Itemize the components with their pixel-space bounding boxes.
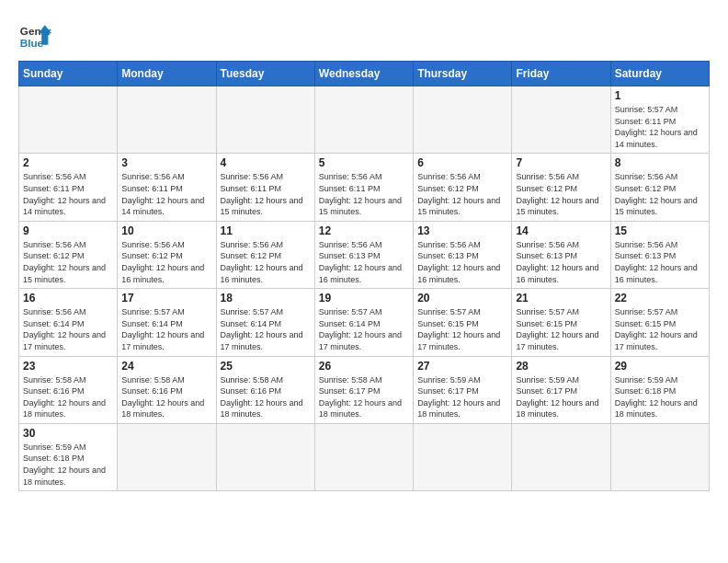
day-info: Sunrise: 5:57 AMSunset: 6:11 PMDaylight:… [615,104,705,150]
day-number: 5 [319,156,409,169]
weekday-header-monday: Monday [118,62,216,86]
day-number: 28 [516,360,606,373]
day-number: 2 [23,156,113,169]
day-number: 26 [319,360,409,373]
calendar-cell [512,423,610,490]
calendar-row-5: 30Sunrise: 5:59 AMSunset: 6:18 PMDayligh… [19,423,710,490]
day-number: 8 [615,156,705,169]
calendar-cell [216,86,314,154]
calendar-row-4: 23Sunrise: 5:58 AMSunset: 6:16 PMDayligh… [19,356,710,423]
calendar-cell [118,423,216,490]
day-info: Sunrise: 5:59 AMSunset: 6:17 PMDaylight:… [516,374,606,420]
day-info: Sunrise: 5:57 AMSunset: 6:15 PMDaylight:… [516,306,606,352]
day-info: Sunrise: 5:56 AMSunset: 6:12 PMDaylight:… [417,171,507,217]
svg-text:Blue: Blue [20,37,44,49]
day-number: 27 [417,360,507,373]
calendar-cell: 17Sunrise: 5:57 AMSunset: 6:14 PMDayligh… [118,289,216,356]
weekday-header-friday: Friday [512,62,610,86]
calendar-cell: 4Sunrise: 5:56 AMSunset: 6:11 PMDaylight… [216,154,314,221]
day-info: Sunrise: 5:56 AMSunset: 6:12 PMDaylight:… [23,239,113,285]
calendar-cell: 30Sunrise: 5:59 AMSunset: 6:18 PMDayligh… [19,423,118,490]
calendar-cell: 16Sunrise: 5:56 AMSunset: 6:14 PMDayligh… [19,289,118,356]
calendar-cell: 25Sunrise: 5:58 AMSunset: 6:16 PMDayligh… [216,356,314,423]
weekday-header-thursday: Thursday [414,62,512,86]
day-info: Sunrise: 5:56 AMSunset: 6:12 PMDaylight:… [516,171,606,217]
calendar-cell: 13Sunrise: 5:56 AMSunset: 6:13 PMDayligh… [414,221,512,288]
calendar-cell [314,423,413,490]
calendar-cell: 23Sunrise: 5:58 AMSunset: 6:16 PMDayligh… [19,356,118,423]
calendar-row-3: 16Sunrise: 5:56 AMSunset: 6:14 PMDayligh… [19,289,710,356]
calendar-cell: 3Sunrise: 5:56 AMSunset: 6:11 PMDaylight… [118,154,216,221]
calendar-cell: 9Sunrise: 5:56 AMSunset: 6:12 PMDaylight… [19,221,118,288]
calendar-cell: 20Sunrise: 5:57 AMSunset: 6:15 PMDayligh… [414,289,512,356]
day-number: 1 [615,89,705,102]
day-number: 14 [516,224,606,237]
calendar-cell: 2Sunrise: 5:56 AMSunset: 6:11 PMDaylight… [19,154,118,221]
day-number: 16 [23,292,113,304]
day-number: 25 [221,360,311,373]
calendar-cell: 29Sunrise: 5:59 AMSunset: 6:18 PMDayligh… [610,356,709,423]
calendar-cell: 28Sunrise: 5:59 AMSunset: 6:17 PMDayligh… [512,356,610,423]
calendar-cell: 27Sunrise: 5:59 AMSunset: 6:17 PMDayligh… [414,356,512,423]
calendar-cell: 21Sunrise: 5:57 AMSunset: 6:15 PMDayligh… [512,289,610,356]
calendar-cell: 10Sunrise: 5:56 AMSunset: 6:12 PMDayligh… [118,221,216,288]
calendar-cell [512,86,610,154]
day-number: 9 [23,224,113,237]
calendar-cell [414,86,512,154]
calendar-cell: 14Sunrise: 5:56 AMSunset: 6:13 PMDayligh… [512,221,610,288]
day-info: Sunrise: 5:57 AMSunset: 6:14 PMDaylight:… [319,306,409,352]
weekday-header-tuesday: Tuesday [216,62,314,86]
day-number: 4 [221,156,311,169]
day-info: Sunrise: 5:56 AMSunset: 6:13 PMDaylight:… [417,239,507,285]
day-info: Sunrise: 5:56 AMSunset: 6:12 PMDaylight:… [121,239,211,285]
day-number: 21 [516,292,606,304]
calendar-cell: 15Sunrise: 5:56 AMSunset: 6:13 PMDayligh… [610,221,709,288]
day-info: Sunrise: 5:56 AMSunset: 6:11 PMDaylight:… [221,171,311,217]
day-info: Sunrise: 5:56 AMSunset: 6:12 PMDaylight:… [615,171,705,217]
logo: General Blue [18,18,51,52]
day-info: Sunrise: 5:59 AMSunset: 6:17 PMDaylight:… [417,374,507,420]
calendar-cell: 5Sunrise: 5:56 AMSunset: 6:11 PMDaylight… [314,154,413,221]
day-info: Sunrise: 5:56 AMSunset: 6:11 PMDaylight:… [121,171,211,217]
calendar: SundayMondayTuesdayWednesdayThursdayFrid… [18,61,710,491]
day-number: 18 [221,292,311,304]
calendar-row-2: 9Sunrise: 5:56 AMSunset: 6:12 PMDaylight… [19,221,710,288]
day-number: 10 [121,224,211,237]
calendar-cell: 11Sunrise: 5:56 AMSunset: 6:12 PMDayligh… [216,221,314,288]
weekday-header-sunday: Sunday [19,62,118,86]
calendar-cell: 26Sunrise: 5:58 AMSunset: 6:17 PMDayligh… [314,356,413,423]
day-number: 20 [417,292,507,304]
day-number: 23 [23,360,113,373]
logo-icon: General Blue [18,18,51,52]
day-info: Sunrise: 5:57 AMSunset: 6:15 PMDaylight:… [615,306,705,352]
day-info: Sunrise: 5:57 AMSunset: 6:15 PMDaylight:… [417,306,507,352]
calendar-cell: 12Sunrise: 5:56 AMSunset: 6:13 PMDayligh… [314,221,413,288]
day-info: Sunrise: 5:56 AMSunset: 6:14 PMDaylight:… [23,306,113,352]
day-info: Sunrise: 5:56 AMSunset: 6:13 PMDaylight:… [615,239,705,285]
calendar-row-0: 1Sunrise: 5:57 AMSunset: 6:11 PMDaylight… [19,86,710,154]
weekday-header-saturday: Saturday [610,62,709,86]
day-number: 29 [615,360,705,373]
day-info: Sunrise: 5:58 AMSunset: 6:16 PMDaylight:… [23,374,113,420]
day-number: 15 [615,224,705,237]
calendar-cell: 22Sunrise: 5:57 AMSunset: 6:15 PMDayligh… [610,289,709,356]
day-number: 24 [121,360,211,373]
calendar-cell: 19Sunrise: 5:57 AMSunset: 6:14 PMDayligh… [314,289,413,356]
calendar-body: 1Sunrise: 5:57 AMSunset: 6:11 PMDaylight… [19,86,710,491]
calendar-cell: 8Sunrise: 5:56 AMSunset: 6:12 PMDaylight… [610,154,709,221]
calendar-cell: 6Sunrise: 5:56 AMSunset: 6:12 PMDaylight… [414,154,512,221]
day-info: Sunrise: 5:57 AMSunset: 6:14 PMDaylight:… [221,306,311,352]
day-number: 7 [516,156,606,169]
day-info: Sunrise: 5:56 AMSunset: 6:13 PMDaylight:… [516,239,606,285]
calendar-cell [610,423,709,490]
day-number: 11 [221,224,311,237]
calendar-row-1: 2Sunrise: 5:56 AMSunset: 6:11 PMDaylight… [19,154,710,221]
day-number: 12 [319,224,409,237]
day-info: Sunrise: 5:58 AMSunset: 6:17 PMDaylight:… [319,374,409,420]
day-info: Sunrise: 5:56 AMSunset: 6:11 PMDaylight:… [23,171,113,217]
calendar-cell [216,423,314,490]
day-info: Sunrise: 5:58 AMSunset: 6:16 PMDaylight:… [221,374,311,420]
day-info: Sunrise: 5:56 AMSunset: 6:12 PMDaylight:… [221,239,311,285]
calendar-cell [414,423,512,490]
day-info: Sunrise: 5:56 AMSunset: 6:11 PMDaylight:… [319,171,409,217]
